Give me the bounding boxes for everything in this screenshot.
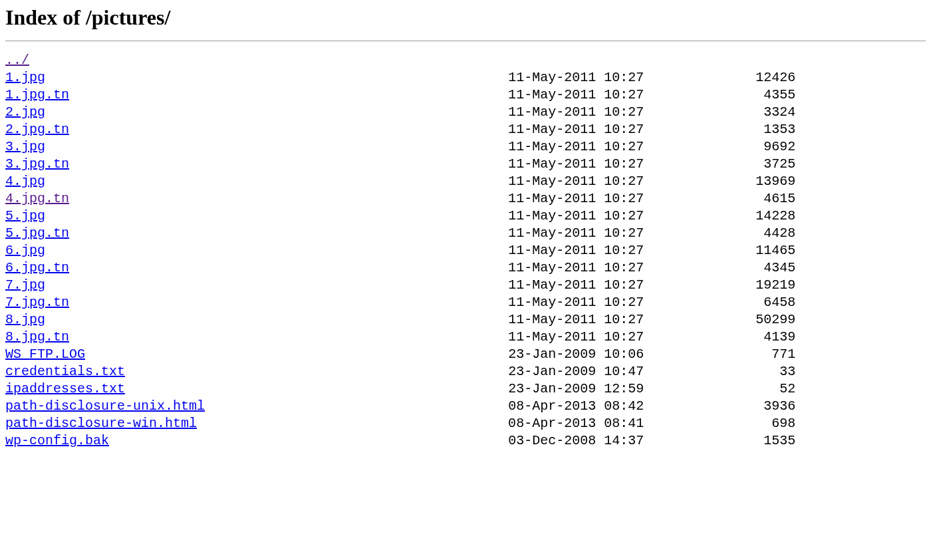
file-link[interactable]: 3.jpg.tn xyxy=(5,156,69,172)
file-link[interactable]: 8.jpg.tn xyxy=(5,329,69,345)
parent-directory-link[interactable]: ../ xyxy=(5,53,29,68)
file-link[interactable]: 2.jpg.tn xyxy=(5,122,69,137)
file-link[interactable]: 8.jpg xyxy=(5,312,45,327)
file-link[interactable]: 7.jpg xyxy=(5,277,45,293)
file-link[interactable]: 5.jpg.tn xyxy=(5,225,69,241)
file-link[interactable]: 3.jpg xyxy=(5,139,45,154)
file-listing: ../ 1.jpg 11-May-2011 10:27 12426 1.jpg.… xyxy=(5,52,926,450)
file-link[interactable]: credentials.txt xyxy=(5,364,125,379)
file-link[interactable]: 6.jpg xyxy=(5,243,45,258)
file-link[interactable]: path-disclosure-unix.html xyxy=(5,398,205,414)
file-link[interactable]: ipaddresses.txt xyxy=(5,381,125,396)
file-link[interactable]: 6.jpg.tn xyxy=(5,260,69,275)
file-link[interactable]: 2.jpg xyxy=(5,104,45,120)
file-link[interactable]: path-disclosure-win.html xyxy=(5,416,197,431)
page-title: Index of /pictures/ xyxy=(5,5,926,30)
file-link[interactable]: 4.jpg xyxy=(5,174,45,189)
file-link[interactable]: 5.jpg xyxy=(5,208,45,223)
file-link[interactable]: 4.jpg.tn xyxy=(5,191,69,206)
divider xyxy=(5,41,926,41)
file-link[interactable]: WS_FTP.LOG xyxy=(5,347,85,362)
file-link[interactable]: 1.jpg xyxy=(5,70,45,85)
file-link[interactable]: 1.jpg.tn xyxy=(5,87,69,102)
file-link[interactable]: 7.jpg.tn xyxy=(5,295,69,310)
file-link[interactable]: wp-config.bak xyxy=(5,433,109,448)
